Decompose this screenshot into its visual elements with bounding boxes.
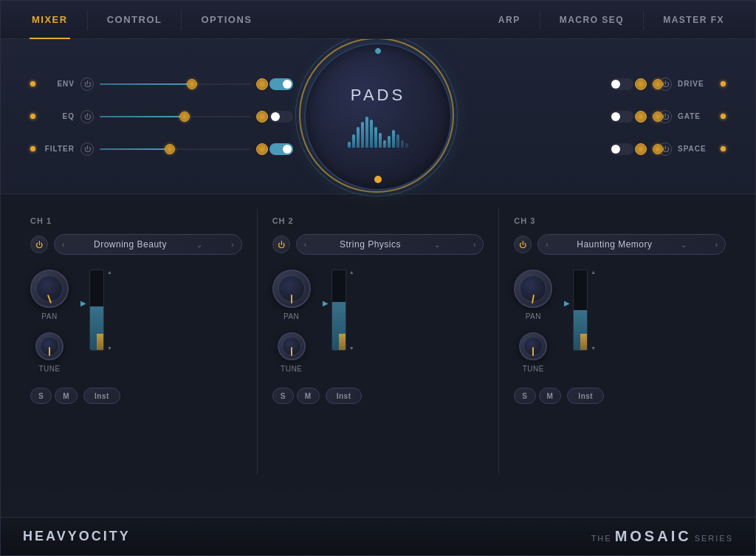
ch2-mute-btn[interactable]: M: [297, 388, 320, 404]
ch3-fader-down[interactable]: ▼: [591, 346, 596, 351]
gate-knob-1[interactable]: [635, 111, 647, 123]
ch1-preset-arrows: ⌄: [196, 241, 202, 249]
gate-dual-knob: [610, 111, 647, 123]
tab-macro-seq[interactable]: MACRO SEQ: [543, 1, 641, 39]
filter-toggle[interactable]: [269, 143, 293, 155]
filter-knob-1[interactable]: [256, 143, 268, 155]
waveform-bar: [357, 127, 360, 148]
ch1-pan-knob[interactable]: [30, 270, 69, 308]
ch2-tune-group: TUNE: [272, 329, 311, 373]
eq-slider-track[interactable]: [100, 116, 250, 117]
ch2-inst-btn[interactable]: Inst: [326, 388, 362, 404]
ch3-dropdown-arrow[interactable]: ⌄: [681, 241, 687, 249]
eq-row: EQ ⏻: [30, 106, 293, 128]
ch3-preset-arrows: ⌄: [681, 241, 687, 249]
ch1-fader-down[interactable]: ▼: [107, 346, 112, 351]
space-toggle[interactable]: [610, 143, 633, 155]
filter-power[interactable]: ⏻: [80, 143, 94, 156]
ch2-fader-play[interactable]: ▶: [323, 299, 329, 307]
ch1-mute-btn[interactable]: M: [55, 388, 78, 404]
tab-arp[interactable]: ARP: [482, 1, 537, 39]
ch2-prev-arrow[interactable]: ‹: [304, 241, 306, 249]
ch1-fader-play[interactable]: ▶: [80, 299, 86, 307]
waveform-bar: [370, 120, 373, 148]
gate-toggle[interactable]: [610, 111, 633, 123]
center-circle[interactable]: PADS: [304, 43, 452, 191]
ch1-preset-selector[interactable]: ‹ Drowning Beauty ⌄ ›: [54, 234, 242, 255]
ch3-power-btn[interactable]: ⏻: [514, 236, 532, 253]
ch3-next-arrow[interactable]: ›: [715, 241, 718, 249]
ch1-dropdown-arrow[interactable]: ⌄: [196, 241, 202, 249]
ch1-tune-knob[interactable]: [35, 332, 63, 360]
eq-power[interactable]: ⏻: [80, 110, 94, 123]
eq-slider-container: [100, 116, 250, 117]
ch1-next-arrow[interactable]: ›: [231, 241, 233, 249]
ch2-preset-name: String Physics: [340, 239, 401, 250]
ch1-tune-group: TUNE: [30, 329, 69, 373]
ch2-fader-fill-gold: [339, 334, 346, 350]
space-knob-1[interactable]: [635, 143, 647, 155]
ch1-inst-btn[interactable]: Inst: [83, 388, 120, 404]
ch3-fader-arrows: ▲ ▼: [591, 270, 596, 351]
env-power[interactable]: ⏻: [80, 78, 94, 91]
tab-control[interactable]: CONTROL: [91, 1, 179, 39]
tab-options[interactable]: OPTIONS: [185, 1, 268, 39]
ch3-fader-track[interactable]: [573, 270, 588, 351]
ch3-fader-up[interactable]: ▲: [591, 270, 596, 275]
tab-mixer[interactable]: MIXER: [16, 1, 84, 39]
ch1-power-btn[interactable]: ⏻: [30, 236, 48, 253]
ch3-solo-btn[interactable]: S: [514, 388, 535, 404]
ch3-preset-selector[interactable]: ‹ Haunting Memory ⌄ ›: [537, 234, 726, 255]
ch2-solo-btn[interactable]: S: [272, 388, 294, 404]
env-label: ENV: [41, 80, 75, 88]
ch2-dropdown-arrow[interactable]: ⌄: [434, 241, 440, 249]
ch1-fader-up[interactable]: ▲: [107, 270, 112, 275]
ch2-tune-knob[interactable]: [278, 332, 306, 360]
eq-toggle[interactable]: [269, 111, 293, 123]
ch1-header: CH 1: [30, 216, 242, 225]
ch3-prev-arrow[interactable]: ‹: [546, 241, 548, 249]
ch3-inst-btn[interactable]: Inst: [567, 388, 604, 404]
space-label: SPACE: [678, 145, 715, 153]
drive-dual-knob: [610, 78, 647, 90]
ch3-fader-play[interactable]: ▶: [564, 299, 570, 307]
ch1-pan-group: PAN: [30, 270, 69, 320]
waveform-bar: [348, 142, 351, 148]
drive-knob-1[interactable]: [635, 78, 647, 90]
drive-dot: [721, 81, 726, 86]
ch2-fader-up[interactable]: ▲: [349, 270, 354, 275]
channel-3: CH 3 ⏻ ‹ Haunting Memory ⌄ ›: [499, 209, 740, 475]
waveform-bar: [383, 140, 386, 148]
ch1-solo-btn[interactable]: S: [30, 388, 52, 404]
ch2-preset-selector[interactable]: ‹ String Physics ⌄ ›: [296, 234, 484, 255]
ch2-next-arrow[interactable]: ›: [473, 241, 475, 249]
space-dot: [721, 146, 726, 151]
env-knob-1[interactable]: [256, 78, 268, 90]
drive-toggle[interactable]: [610, 78, 633, 90]
logo-mosaic-text: MOSAIC: [615, 528, 692, 545]
ch2-fader-track[interactable]: [331, 270, 346, 351]
circle-title: PADS: [351, 86, 405, 105]
eq-knob-1[interactable]: [256, 111, 268, 123]
env-slider-track[interactable]: [100, 83, 250, 85]
eq-label: EQ: [41, 112, 75, 120]
circle-bottom-dot: [374, 176, 382, 183]
ch2-power-btn[interactable]: ⏻: [272, 236, 290, 253]
ch2-pan-knob[interactable]: [272, 270, 311, 308]
ch1-fader-track[interactable]: [89, 270, 104, 351]
env-slider-container: [100, 83, 250, 85]
ch3-fader-fill-gold: [580, 334, 587, 350]
filter-dual-knob: [256, 143, 293, 155]
env-toggle[interactable]: [269, 78, 293, 90]
tab-master-fx[interactable]: MASTER FX: [647, 1, 740, 39]
nav-left: MIXER CONTROL OPTIONS: [16, 1, 268, 39]
ch3-tune-knob[interactable]: [519, 332, 547, 360]
ch2-fader-group: ▶ ▲ ▼: [323, 270, 354, 358]
circle-top-dot: [375, 48, 381, 54]
filter-slider-track[interactable]: [100, 148, 250, 150]
ch3-mute-btn[interactable]: M: [539, 388, 562, 404]
ch1-prev-arrow[interactable]: ‹: [62, 241, 64, 249]
ch3-pan-knob[interactable]: [514, 270, 552, 308]
ch2-fader-down[interactable]: ▼: [349, 346, 354, 351]
waveform-bar: [401, 140, 404, 148]
